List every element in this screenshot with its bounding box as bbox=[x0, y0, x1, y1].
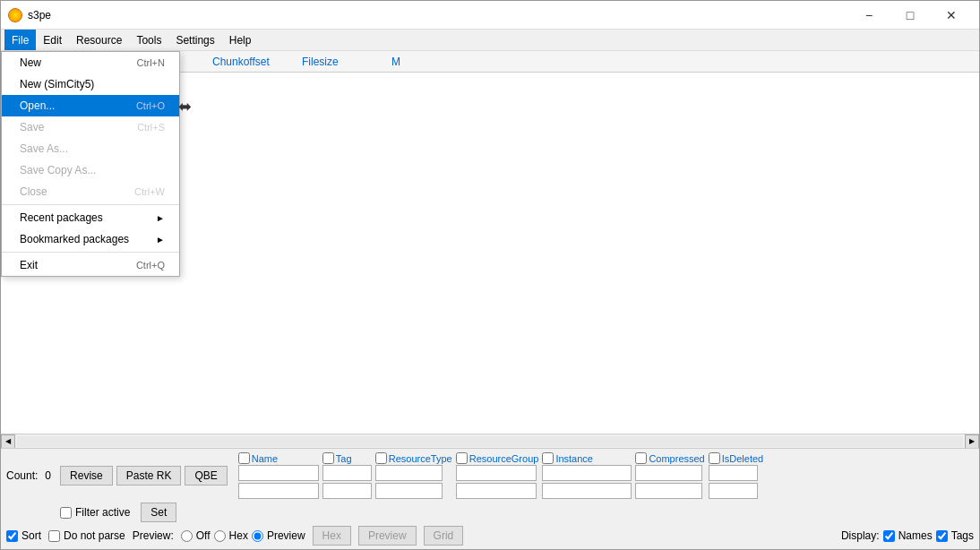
hex-button: Hex bbox=[313, 526, 351, 546]
count-label: Count: bbox=[6, 469, 38, 482]
count-value: 0 bbox=[45, 469, 51, 482]
menu-item-new-simcity5[interactable]: New (SimCity5) bbox=[2, 73, 179, 95]
resourcetype-input2[interactable] bbox=[375, 483, 443, 499]
tag-input[interactable] bbox=[322, 465, 372, 481]
instance-col-label: Instance bbox=[555, 453, 593, 464]
isdeleted-col-label: IsDeleted bbox=[722, 453, 763, 464]
resourcetype-checkbox[interactable] bbox=[375, 452, 387, 464]
filter-active-checkbox[interactable] bbox=[60, 507, 72, 519]
instance-checkbox[interactable] bbox=[542, 452, 554, 464]
isdeleted-input[interactable] bbox=[709, 465, 758, 481]
scroll-left-arrow[interactable]: ◀ bbox=[1, 434, 15, 449]
menu-tools[interactable]: Tools bbox=[129, 30, 168, 50]
tags-checkbox[interactable] bbox=[936, 530, 948, 542]
set-button[interactable]: Set bbox=[141, 503, 176, 522]
resourcegroup-input2[interactable] bbox=[456, 483, 537, 499]
resourcetype-input[interactable] bbox=[375, 465, 443, 481]
menu-item-close: Close Ctrl+W bbox=[2, 181, 179, 202]
tag-input2[interactable] bbox=[322, 483, 372, 499]
menu-item-open[interactable]: Open... Ctrl+O ⬌ bbox=[2, 95, 179, 116]
filter-active-label: Filter active bbox=[75, 506, 130, 519]
names-checkbox[interactable] bbox=[883, 530, 895, 542]
tags-label: Tags bbox=[951, 529, 974, 542]
resourcegroup-checkbox[interactable] bbox=[456, 452, 468, 464]
horizontal-scrollbar[interactable]: ◀ ▶ bbox=[1, 434, 979, 448]
compressed-col-label: Compressed bbox=[649, 453, 704, 464]
menu-item-exit[interactable]: Exit Ctrl+Q bbox=[2, 254, 179, 276]
menu-item-new[interactable]: New Ctrl+N bbox=[2, 52, 179, 73]
do-not-parse-label: Do not parse bbox=[64, 529, 125, 542]
col-m[interactable]: M bbox=[384, 56, 420, 68]
menu-item-bookmarked-packages[interactable]: Bookmarked packages ► bbox=[2, 228, 179, 250]
name-input2[interactable] bbox=[238, 483, 319, 499]
menu-settings[interactable]: Settings bbox=[168, 30, 221, 50]
main-window: s3pe − □ ✕ File Edit Resource Tools Sett… bbox=[0, 0, 980, 550]
menu-help[interactable]: Help bbox=[222, 30, 259, 50]
preview-label: Preview: bbox=[133, 529, 174, 542]
name-checkbox[interactable] bbox=[238, 452, 250, 464]
menu-item-save-copy-as: Save Copy As... bbox=[2, 159, 179, 181]
names-label: Names bbox=[898, 529, 933, 542]
menu-item-save: Save Ctrl+S bbox=[2, 116, 179, 138]
isdeleted-input2[interactable] bbox=[709, 483, 758, 499]
paste-rk-button[interactable]: Paste RK bbox=[116, 466, 182, 486]
display-label: Display: bbox=[841, 529, 880, 542]
tag-input-group: Tag bbox=[322, 452, 372, 499]
filter-row: Filter active Set bbox=[60, 503, 974, 522]
title-bar: s3pe − □ ✕ bbox=[1, 1, 979, 30]
footer-row: Sort Do not parse Preview: Off Hex Previ… bbox=[6, 526, 974, 546]
window-title: s3pe bbox=[28, 9, 51, 21]
instance-input-group: Instance bbox=[542, 452, 632, 499]
resourcegroup-input-group: ResourceGroup bbox=[456, 452, 539, 499]
preview-button: Preview bbox=[358, 526, 417, 546]
bottom-row1: Count: 0 Revise Paste RK QBE Name bbox=[6, 452, 974, 499]
separator-1 bbox=[2, 204, 179, 205]
instance-input[interactable] bbox=[542, 465, 632, 481]
resourcegroup-input[interactable] bbox=[456, 465, 537, 481]
col-filesize[interactable]: Filesize bbox=[295, 56, 384, 68]
tag-col-label: Tag bbox=[336, 453, 352, 464]
preview-radio-group: Off Hex Preview bbox=[181, 529, 305, 542]
bottom-panel: Count: 0 Revise Paste RK QBE Name bbox=[1, 448, 979, 549]
compressed-input2[interactable] bbox=[635, 483, 702, 499]
qbe-button[interactable]: QBE bbox=[185, 466, 227, 486]
menu-bar: File Edit Resource Tools Settings Help N… bbox=[1, 30, 979, 51]
revise-button[interactable]: Revise bbox=[60, 466, 113, 486]
isdeleted-checkbox[interactable] bbox=[709, 452, 720, 464]
resourcetype-input-group: ResourceType bbox=[375, 452, 452, 499]
tag-checkbox[interactable] bbox=[322, 452, 334, 464]
close-button[interactable]: ✕ bbox=[931, 1, 972, 30]
col-chunkoffset[interactable]: Chunkoffset bbox=[205, 56, 295, 68]
resourcegroup-col-label: ResourceGroup bbox=[469, 453, 539, 464]
preview-off-radio[interactable] bbox=[181, 530, 193, 542]
sort-label: Sort bbox=[21, 529, 41, 542]
menu-file[interactable]: File bbox=[4, 30, 36, 50]
name-input-group: Name bbox=[238, 452, 319, 499]
compressed-input[interactable] bbox=[635, 465, 702, 481]
grid-button: Grid bbox=[424, 526, 464, 546]
menu-resource[interactable]: Resource bbox=[69, 30, 129, 50]
off-label: Off bbox=[196, 529, 211, 542]
do-not-parse-checkbox[interactable] bbox=[48, 530, 60, 542]
menu-edit[interactable]: Edit bbox=[36, 30, 69, 50]
bookmarked-packages-arrow: ► bbox=[156, 235, 165, 245]
title-bar-controls: − □ ✕ bbox=[848, 1, 972, 30]
menu-item-recent-packages[interactable]: Recent packages ► bbox=[2, 207, 179, 228]
compressed-input-group: Compressed bbox=[635, 452, 704, 499]
sort-checkbox[interactable] bbox=[6, 530, 18, 542]
name-input[interactable] bbox=[238, 465, 319, 481]
preview-preview-radio[interactable] bbox=[252, 530, 263, 542]
hex-label: Hex bbox=[229, 529, 248, 542]
name-col-label: Name bbox=[252, 453, 278, 464]
scroll-track[interactable] bbox=[17, 436, 963, 447]
scroll-right-arrow[interactable]: ▶ bbox=[965, 434, 979, 449]
file-dropdown-menu: New Ctrl+N New (SimCity5) Open... Ctrl+O… bbox=[1, 51, 180, 277]
minimize-button[interactable]: − bbox=[848, 1, 890, 30]
title-bar-left: s3pe bbox=[8, 8, 51, 22]
menu-item-save-as: Save As... bbox=[2, 138, 179, 159]
maximize-button[interactable]: □ bbox=[890, 1, 931, 30]
recent-packages-arrow: ► bbox=[156, 213, 165, 223]
preview-hex-radio[interactable] bbox=[214, 530, 226, 542]
instance-input2[interactable] bbox=[542, 483, 632, 499]
compressed-checkbox[interactable] bbox=[635, 452, 647, 464]
